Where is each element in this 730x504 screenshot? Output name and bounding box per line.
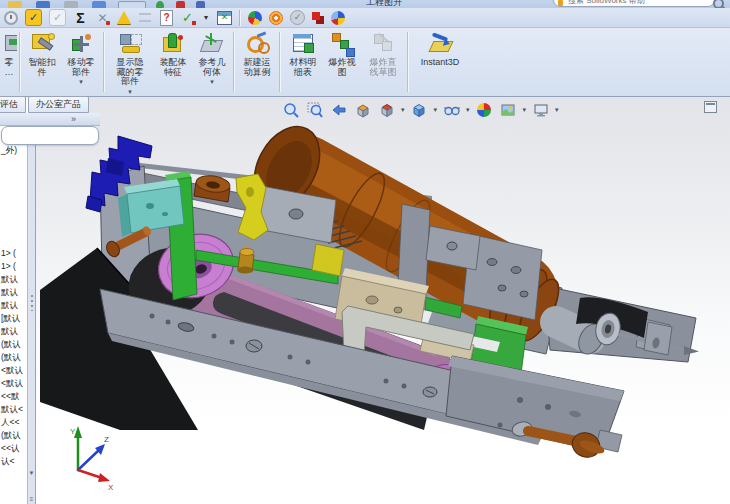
dropdown-arrow[interactable]: ▾: [128, 88, 132, 96]
separator: [19, 32, 21, 92]
tree-item[interactable]: 1> (: [0, 260, 27, 273]
separator: [279, 32, 281, 92]
view-settings-icon[interactable]: [531, 100, 550, 119]
splitter-grip[interactable]: [31, 295, 33, 311]
performance-evaluation-icon[interactable]: ?: [160, 10, 173, 26]
heads-up-view-toolbar: ▾ ▾ ▾ ▾ ▾: [281, 100, 559, 119]
dropdown-icon[interactable]: ▾: [202, 10, 210, 25]
apply-scene-icon[interactable]: [499, 100, 518, 119]
dropdown-arrow[interactable]: ▾: [79, 78, 83, 86]
feature-panel-header: »: [0, 113, 100, 126]
align-icon[interactable]: [138, 10, 153, 25]
edrawings-icon[interactable]: [248, 11, 262, 25]
graphics-viewport[interactable]: Y Z X ▾ ▾ ▾: [36, 96, 730, 504]
interference-detection-icon[interactable]: ✓: [25, 9, 42, 26]
tree-item[interactable]: <默认: [0, 364, 27, 377]
triad-y-label: Y: [70, 427, 76, 436]
reference-geometry-icon: [198, 31, 226, 57]
panel-splitter[interactable]: ▲ ▼ ≡: [27, 113, 36, 504]
display-style-dropdown[interactable]: ▾: [434, 106, 438, 114]
document-restore-icon[interactable]: [704, 101, 717, 113]
reference-geometry-button[interactable]: 参考几 何体 ▾: [193, 28, 231, 96]
check-document-icon[interactable]: ✓: [180, 10, 195, 25]
hole-alignment-icon[interactable]: [117, 11, 131, 24]
view-settings-dropdown[interactable]: ▾: [555, 106, 559, 114]
solidworks-window: Y Z X ▾ ▾ ▾: [0, 0, 730, 504]
tree-item[interactable]: 默认: [0, 286, 27, 299]
design-history-icon[interactable]: [4, 11, 18, 25]
simulation-sphere-icon[interactable]: [331, 11, 345, 25]
feature-manager-tree: _外) 1> ( 1> ( 默认 默认 默认 [默认 默认 (默认 (默认 <默…: [0, 113, 27, 504]
toolbar-separator: [239, 10, 241, 26]
photoview-icon[interactable]: [269, 11, 283, 25]
apply-scene-dropdown[interactable]: ▾: [523, 106, 527, 114]
tree-gap: [0, 157, 27, 247]
section-view-icon[interactable]: [353, 100, 372, 119]
hide-show-items-dropdown[interactable]: ▾: [466, 106, 470, 114]
tree-item[interactable]: 默认: [0, 299, 27, 312]
statistics-table-icon[interactable]: ✕: [217, 11, 232, 25]
smart-fasteners-icon: [28, 31, 56, 57]
hide-show-items-icon[interactable]: [442, 100, 461, 119]
scroll-down-icon[interactable]: ▼: [28, 469, 35, 477]
display-style-icon[interactable]: [410, 100, 429, 119]
assembly-features-icon: [159, 31, 187, 57]
new-motion-study-icon: [243, 31, 271, 57]
tree-item[interactable]: [默认: [0, 312, 27, 325]
model-bottom-right-block[interactable]: [446, 356, 624, 461]
move-component-button[interactable]: 移动零 部件 ▾: [61, 28, 101, 96]
tree-item[interactable]: 默认: [0, 325, 27, 338]
smart-fasteners-button[interactable]: 智能扣 件: [23, 28, 61, 96]
assembly-model: Y Z X: [36, 96, 730, 504]
tree-item[interactable]: <<默: [0, 390, 27, 403]
zoom-area-icon[interactable]: [305, 100, 324, 119]
search-flag-icon: [558, 0, 563, 6]
clearance-verification-icon[interactable]: ✓: [49, 9, 66, 26]
view-orientation-icon[interactable]: [377, 100, 396, 119]
move-component-icon: [67, 31, 95, 57]
tree-item[interactable]: 默认: [0, 273, 27, 286]
instant3d-button[interactable]: Instant3D: [411, 28, 469, 96]
tree-item[interactable]: (默认: [0, 429, 27, 442]
tree-item[interactable]: 认<: [0, 455, 27, 468]
new-motion-study-button[interactable]: 新建运 动算例: [237, 28, 277, 96]
panel-expand-chevron[interactable]: »: [71, 115, 100, 124]
orientation-triad: Y Z X: [70, 426, 114, 492]
edit-appearance-icon[interactable]: [475, 100, 494, 119]
approve-icon[interactable]: ✓: [290, 10, 305, 25]
tree-item[interactable]: (默认: [0, 351, 27, 364]
solidworks-help-search-input[interactable]: [553, 0, 715, 7]
compare-icon[interactable]: [312, 12, 320, 20]
dropdown-arrow[interactable]: ▾: [210, 78, 214, 86]
bill-of-materials-button[interactable]: 材料明 细表: [283, 28, 323, 96]
instant3d-icon: [426, 31, 454, 57]
assembly-features-button[interactable]: 装配体 特征: [153, 28, 193, 96]
tree-item[interactable]: 人<<: [0, 416, 27, 429]
tree-item[interactable]: <<认: [0, 442, 27, 455]
explode-line-sketch-button: 爆炸直 线草图: [361, 28, 405, 96]
panel-resize-icon[interactable]: ≡: [28, 496, 35, 502]
exploded-view-icon: [328, 31, 356, 57]
separator: [407, 32, 409, 92]
tree-item[interactable]: _外): [0, 144, 27, 157]
measure-icon[interactable]: ✕: [95, 10, 110, 25]
view-orientation-dropdown[interactable]: ▾: [401, 106, 405, 114]
previous-view-icon[interactable]: [329, 100, 348, 119]
tab-office-products[interactable]: 办公室产品: [28, 96, 89, 113]
exploded-view-button[interactable]: 爆炸视 图: [323, 28, 361, 96]
zoom-fit-icon[interactable]: [281, 100, 300, 119]
tree-item[interactable]: (默认: [0, 338, 27, 351]
command-manager-tabs: 评估 办公室产品: [0, 96, 91, 113]
tree-item[interactable]: <默认: [0, 377, 27, 390]
show-hidden-components-button[interactable]: 显示隐 藏的零 部件 ▾: [107, 28, 153, 96]
tree-item[interactable]: 1> (: [0, 247, 27, 260]
insert-components-button[interactable]: 零 …: [1, 28, 17, 96]
tab-evaluate[interactable]: 评估: [0, 96, 26, 113]
bill-of-materials-icon: [289, 31, 317, 57]
separator: [233, 32, 235, 92]
equations-icon[interactable]: Σ: [73, 10, 88, 25]
insert-components-icon: [1, 31, 17, 57]
separator: [103, 32, 105, 92]
feature-panel-flyout[interactable]: [1, 126, 99, 145]
tree-item[interactable]: 默认<: [0, 403, 27, 416]
